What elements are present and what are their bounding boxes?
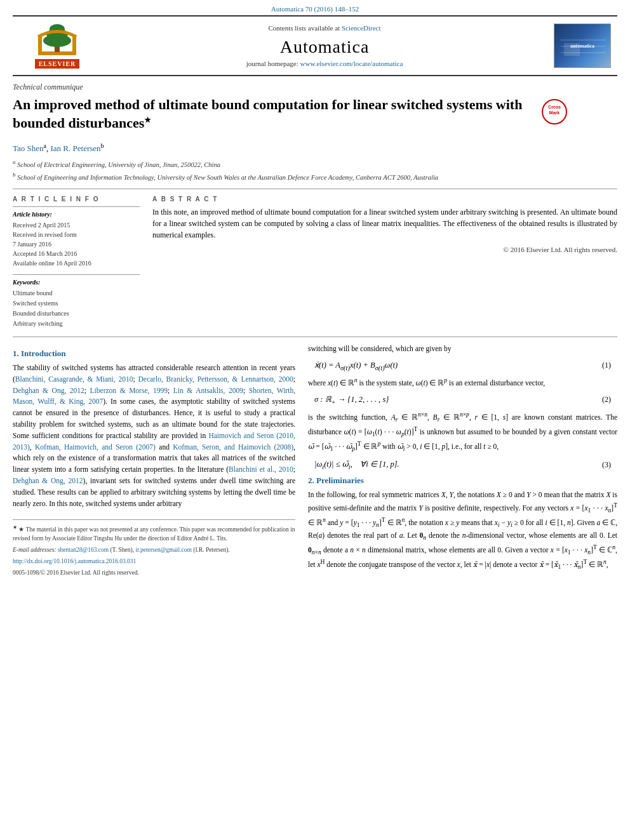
ref-lin[interactable]: Lin & Antsaklis, 2009	[173, 387, 243, 394]
journal-title: Automatica	[280, 37, 370, 57]
journal-citation: Automatica 70 (2016) 148–152	[271, 5, 359, 13]
journal-title-area: Contents lists available at ScienceDirec…	[102, 22, 547, 70]
affiliation-a: a School of Electrical Engineering, Univ…	[13, 158, 617, 170]
abstract-column: A B S T R A C T In this note, an improve…	[152, 196, 617, 329]
section2-heading: 2. Preliminaries	[308, 476, 617, 486]
elsevier-logo-area: ELSEVIER	[13, 22, 102, 70]
journal-thumbnail-area: automatica	[547, 22, 617, 70]
equation-2: σ : ℝ+ → {1, 2, . . . , s}	[314, 394, 389, 406]
author2[interactable]: Ian R. Petersen	[51, 144, 101, 154]
footnote-1: ★ ★ The material in this paper was not p…	[13, 524, 295, 543]
keyword-1: Ultimate bound	[13, 288, 140, 298]
equation-1-number: (1)	[602, 361, 611, 370]
ref-decarlo[interactable]: Decarlo, Branicky, Pettersson, & Lennart…	[138, 375, 293, 383]
equation-3-block: |ωi(t)| ≤ ω̄i, ∀i ∈ [1, p]. (3)	[308, 459, 617, 470]
journal-cover-thumbnail: automatica	[554, 23, 611, 68]
eq2-context: is the switching function, Ar ∈ ℝn×n, Br…	[308, 410, 617, 454]
info-abstract-section: A R T I C L E I N F O Article history: R…	[13, 196, 617, 329]
section2-text: In the following, for real symmetric mat…	[308, 490, 617, 572]
footnote-email: E-mail addresses: shentan28@163.com (T. …	[13, 546, 295, 555]
svg-text:Cross: Cross	[548, 105, 561, 109]
article-body: Technical communique An improved method …	[13, 76, 617, 580]
section-divider	[13, 337, 617, 337]
authors-line: Tao Shena, Ian R. Petersenb	[13, 142, 617, 154]
email-petersen[interactable]: ir.petersen@gmail.com	[135, 547, 191, 553]
ref-kofman2[interactable]: Kofman, Seron, and Haimovich (2008)	[173, 443, 293, 451]
footnote-issn: 0005-1098/© 2016 Elsevier Ltd. All right…	[13, 569, 295, 578]
crossmark-icon: Cross Mark	[541, 98, 568, 125]
thumbnail-decoration	[558, 34, 608, 65]
section1-para1: The stability of switched systems has at…	[13, 363, 295, 510]
switching-intro: switching will be considered, which are …	[308, 343, 617, 355]
abstract-label: A B S T R A C T	[152, 196, 617, 203]
equation-2-block: σ : ℝ+ → {1, 2, . . . , s} (2)	[308, 394, 617, 406]
affiliations-block: a School of Electrical Engineering, Univ…	[13, 158, 617, 182]
equation-2-number: (2)	[602, 395, 611, 404]
ref-dehghan2[interactable]: Dehghan & Ong, 2012	[13, 477, 83, 484]
svg-rect-5	[38, 36, 42, 52]
svg-rect-6	[72, 36, 76, 52]
article-title: An improved method of ultimate bound com…	[13, 96, 533, 132]
main-content-section: 1. Introduction The stability of switche…	[13, 343, 617, 580]
main-left-column: 1. Introduction The stability of switche…	[13, 343, 295, 580]
main-right-column: switching will be considered, which are …	[308, 343, 617, 580]
sciencedirect-line: Contents lists available at ScienceDirec…	[268, 24, 380, 32]
homepage-link[interactable]: www.elsevier.com/locate/automatica	[300, 60, 403, 67]
affiliation-b: b School of Engineering and Information …	[13, 171, 617, 182]
elsevier-text: ELSEVIER	[35, 59, 80, 69]
ref-kofman1[interactable]: Kofman, Haimovich, and Seron (2007)	[35, 443, 156, 451]
elsevier-tree-icon	[32, 23, 83, 58]
homepage-line: journal homepage: www.elsevier.com/locat…	[246, 60, 403, 67]
ref-blanchini2[interactable]: Blanchini et al., 2010	[229, 465, 293, 473]
keyword-2: Switched systems	[13, 298, 140, 309]
ref-blanchini[interactable]: Blanchini, Casagrande, & Miani, 2010	[15, 375, 133, 383]
article-info-column: A R T I C L E I N F O Article history: R…	[13, 196, 140, 329]
footnote-area: ★ ★ The material in this paper was not p…	[13, 519, 295, 577]
equation-1: ẋ(t) = Aσ(t)x(t) + Bσ(t)ω(t)	[314, 360, 398, 371]
doi-link[interactable]: http://dx.doi.org/10.1016/j.automatica.2…	[13, 558, 136, 564]
journal-citation-bar: Automatica 70 (2016) 148–152	[0, 0, 630, 15]
copyright-line: © 2016 Elsevier Ltd. All rights reserved…	[152, 246, 617, 253]
email-shen[interactable]: shentan28@163.com	[58, 547, 109, 553]
keyword-3: Bounded disturbances	[13, 309, 140, 319]
keywords-block: Keywords: Ultimate bound Switched system…	[13, 274, 140, 329]
article-type: Technical communique	[13, 83, 617, 92]
title-row: An improved method of ultimate bound com…	[13, 96, 617, 137]
article-info-label: A R T I C L E I N F O	[13, 196, 140, 203]
article-history-block: Article history: Received 2 April 2015 R…	[13, 206, 140, 268]
keyword-4: Arbitrary switching	[13, 319, 140, 329]
svg-text:Mark: Mark	[549, 110, 560, 115]
equation-1-block: ẋ(t) = Aσ(t)x(t) + Bσ(t)ω(t) (1)	[308, 360, 617, 371]
sciencedirect-link[interactable]: ScienceDirect	[342, 24, 381, 32]
journal-header-banner: ELSEVIER Contents lists available at Sci…	[13, 15, 617, 76]
author1[interactable]: Tao Shen	[13, 144, 44, 154]
eq1-context: where x(t) ∈ ℝn is the system state, ω(t…	[308, 376, 617, 389]
header-divider	[13, 189, 617, 189]
footnote-doi: http://dx.doi.org/10.1016/j.automatica.2…	[13, 557, 295, 566]
ref-dehghan1[interactable]: Dehghan & Ong, 2012	[13, 387, 84, 394]
section1-heading: 1. Introduction	[13, 349, 295, 359]
abstract-text: In this note, an improved method of ulti…	[152, 206, 617, 241]
ref-liberzon[interactable]: Liberzon & Morse, 1999	[90, 387, 168, 394]
equation-3-number: (3)	[602, 460, 611, 470]
equation-3: |ωi(t)| ≤ ω̄i, ∀i ∈ [1, p].	[314, 459, 399, 470]
crossmark-area: Cross Mark	[541, 98, 568, 128]
elsevier-logo: ELSEVIER	[32, 23, 83, 69]
